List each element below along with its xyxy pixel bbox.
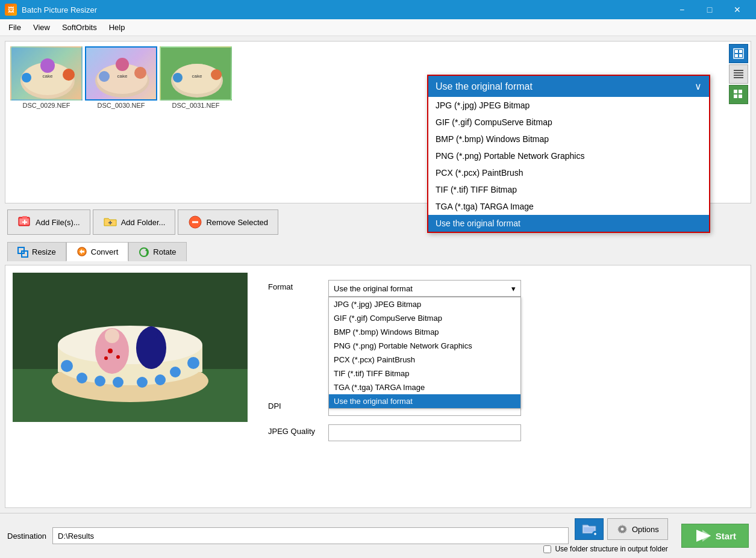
svg-point-15 (22, 73, 31, 82)
svg-rect-5 (734, 70, 743, 71)
thumb-image-3: cake (161, 48, 232, 101)
panel-view-btn-3[interactable] (729, 85, 748, 104)
small-format-item-3[interactable]: PNG (*.png) Portable Network Graphics (329, 339, 520, 353)
image-thumb-2[interactable]: cake DSC_0030.NEF (85, 46, 157, 169)
format-overlay-item-7[interactable]: Use the original format (428, 215, 709, 232)
jpeg-quality-input[interactable] (328, 424, 521, 441)
svg-rect-6 (734, 72, 743, 73)
svg-rect-2 (739, 50, 742, 53)
format-overlay-item-4[interactable]: PCX (*.pcx) PaintBrush (428, 164, 709, 181)
format-overlay-item-6[interactable]: TGA (*.tga) TARGA Image (428, 198, 709, 215)
panel-view-btn-2[interactable] (729, 64, 748, 84)
remove-selected-icon (188, 215, 202, 229)
svg-point-56 (137, 377, 148, 388)
add-folder-button[interactable]: Add Folder... (93, 209, 176, 235)
close-button[interactable]: ✕ (723, 0, 751, 19)
menu-file[interactable]: File (2, 20, 27, 34)
start-label: Start (716, 531, 736, 541)
svg-point-52 (61, 360, 73, 372)
image-panel: cake DSC_0029.NEF cake DSC (5, 41, 751, 203)
maximize-button[interactable]: □ (696, 0, 723, 19)
menu-help[interactable]: Help (103, 20, 131, 34)
small-format-item-7[interactable]: Use the original format (329, 394, 520, 408)
small-format-item-0[interactable]: JPG (*.jpg) JPEG Bitmap (329, 297, 520, 311)
tab-rotate-label: Rotate (153, 247, 176, 256)
gear-icon (616, 523, 628, 535)
thumb-label-2: DSC_0030.NEF (98, 102, 145, 109)
svg-point-65 (116, 355, 120, 359)
add-folder-label: Add Folder... (121, 218, 166, 227)
small-format-item-4[interactable]: PCX (*.pcx) PaintBrush (329, 353, 520, 367)
add-files-button[interactable]: Add File(s)... (7, 209, 90, 235)
svg-point-16 (63, 69, 75, 81)
convert-tab-icon (77, 246, 87, 257)
thumb-image-1: cake (11, 48, 83, 101)
image-thumb-3[interactable]: cake DSC_0031.NEF (160, 46, 232, 169)
format-overlay-selected[interactable]: Use the original format ∨ (428, 76, 709, 97)
tab-bar: Resize Convert Rotate (5, 242, 751, 261)
start-button[interactable]: Start (681, 524, 749, 548)
svg-point-51 (58, 326, 202, 364)
thumb-image-2: cake (86, 48, 157, 101)
format-overlay-list: JPG (*.jpg) JPEG Bitmap GIF (*.gif) Comp… (428, 97, 709, 232)
tab-rotate[interactable]: Rotate (128, 242, 186, 261)
svg-text:cake: cake (192, 73, 202, 79)
tab-convert[interactable]: Convert (66, 242, 129, 261)
right-form: Format Use the original format ▾ JPG (*.… (258, 273, 743, 457)
small-format-item-5[interactable]: TIF (*.tif) TIFF Bitmap (329, 367, 520, 380)
destination-label: Destination (7, 532, 46, 541)
svg-marker-73 (702, 530, 711, 542)
remove-selected-button[interactable]: Remove Selected (178, 209, 278, 235)
format-overlay: Use the original format ∨ JPG (*.jpg) JP… (427, 75, 710, 233)
options-button[interactable]: Options (607, 518, 668, 540)
svg-point-28 (173, 73, 183, 82)
tab-resize[interactable]: Resize (7, 242, 66, 261)
title-bar-left: 🖼 Batch Picture Resizer (5, 4, 97, 16)
format-overlay-item-5[interactable]: TIF (*.tif) TIFF Bitmap (428, 181, 709, 198)
form-row-format: Format Use the original format ▾ JPG (*.… (268, 280, 734, 297)
image-thumb-1[interactable]: cake DSC_0029.NEF (10, 46, 83, 169)
preview-image (13, 273, 248, 422)
format-control-wrap: Use the original format ▾ JPG (*.jpg) JP… (328, 280, 734, 297)
svg-rect-12 (739, 95, 742, 98)
format-overlay-item-3[interactable]: PNG (*.png) Portable Network Graphics (428, 147, 709, 164)
main-content: cake DSC_0029.NEF cake DSC (0, 36, 756, 513)
svg-point-62 (105, 329, 119, 343)
small-format-item-6[interactable]: TGA (*.tga) TARGA Image (329, 380, 520, 394)
svg-point-22 (134, 67, 146, 79)
options-label: Options (632, 525, 659, 534)
svg-point-53 (77, 373, 87, 383)
destination-input[interactable] (52, 527, 569, 544)
menu-softorbits[interactable]: SoftOrbits (56, 20, 103, 34)
minimize-button[interactable]: − (668, 0, 696, 19)
svg-text:cake: cake (117, 73, 128, 79)
browse-icon (581, 522, 598, 536)
folder-structure-checkbox[interactable] (543, 545, 551, 553)
small-format-item-1[interactable]: GIF (*.gif) CompuServe Bitmap (329, 311, 520, 325)
format-select[interactable]: Use the original format ▾ (328, 280, 521, 297)
small-format-item-2[interactable]: BMP (*.bmp) Windows Bitmap (329, 325, 520, 339)
format-small-dropdown: JPG (*.jpg) JPEG Bitmap GIF (*.gif) Comp… (328, 297, 521, 409)
format-overlay-item-1[interactable]: GIF (*.gif) CompuServe Bitmap (428, 114, 709, 131)
browse-button[interactable] (575, 518, 604, 540)
add-files-label: Add File(s)... (36, 218, 80, 227)
menu-view[interactable]: View (27, 20, 56, 34)
add-folder-icon (103, 215, 117, 229)
svg-rect-1 (735, 50, 738, 53)
app-title: Batch Picture Resizer (22, 5, 97, 14)
app-icon: 🖼 (5, 4, 17, 16)
panel-view-btn-1[interactable] (729, 44, 748, 63)
svg-rect-10 (739, 90, 742, 93)
svg-point-54 (95, 376, 105, 386)
svg-rect-3 (735, 54, 738, 57)
format-overlay-item-0[interactable]: JPG (*.jpg) JPEG Bitmap (428, 97, 709, 114)
svg-rect-7 (734, 75, 743, 76)
thumb-label-3: DSC_0031.NEF (172, 102, 220, 109)
format-overlay-item-2[interactable]: BMP (*.bmp) Windows Bitmap (428, 131, 709, 147)
convert-panel: Format Use the original format ▾ JPG (*.… (5, 265, 751, 508)
bottom-bar: Destination Options (0, 513, 756, 558)
format-select-value: Use the original format (334, 284, 413, 293)
svg-point-57 (155, 374, 166, 385)
jpeg-quality-label: JPEG Quality (268, 424, 328, 436)
rotate-tab-icon (139, 247, 149, 258)
